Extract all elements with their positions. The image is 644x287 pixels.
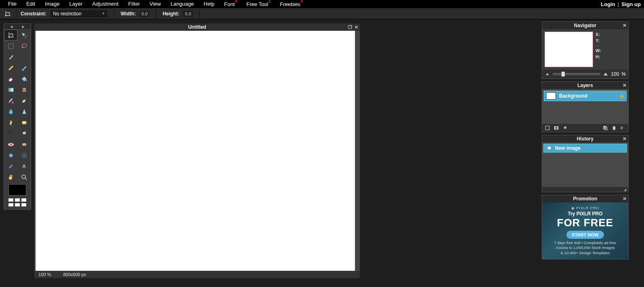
nav-y: Y: <box>595 38 601 44</box>
promo-headline-2: FOR FREE <box>557 217 613 229</box>
canvas-titlebar[interactable]: Untitled ❐ ✕ <box>34 23 360 31</box>
svg-rect-0 <box>8 44 13 49</box>
new-layer-icon[interactable] <box>545 125 550 131</box>
options-bar: Constraint: No restriction▼ Width: 0.0 H… <box>0 8 644 19</box>
menu-adjustment[interactable]: Adjustment <box>87 0 123 8</box>
canvas-title-text: Untitled <box>188 24 206 30</box>
menu-freebies[interactable]: Freebies2 <box>275 0 308 8</box>
menu-file[interactable]: File <box>3 0 21 8</box>
navigator-close-icon[interactable]: ✕ <box>623 23 627 28</box>
resize-grip-icon[interactable]: ◢ <box>623 187 627 192</box>
layer-item[interactable]: Background 🔒 <box>544 91 627 101</box>
svg-rect-3 <box>22 121 26 124</box>
height-label: Height: <box>163 11 179 17</box>
lock-icon[interactable]: 🔒 <box>619 94 624 98</box>
color-presets[interactable] <box>4 197 31 209</box>
layers-close-icon[interactable]: ✕ <box>623 83 627 88</box>
tool-lasso[interactable] <box>17 40 31 51</box>
tool-clone-stamp[interactable] <box>17 84 31 95</box>
tool-dodge[interactable] <box>4 128 17 139</box>
svg-rect-7 <box>10 134 12 136</box>
tool-sharpen[interactable] <box>17 106 31 117</box>
tool-pinch[interactable] <box>17 150 31 161</box>
menu-bar: File Edit Image Layer Adjustment Filter … <box>0 0 644 8</box>
menu-view[interactable]: View <box>145 0 166 8</box>
canvas[interactable] <box>36 31 355 271</box>
layer-name: Background <box>559 93 616 99</box>
menu-free-tool[interactable]: Free Tool1 <box>242 0 275 8</box>
canvas-maximize-icon[interactable]: ❐ <box>348 25 352 30</box>
canvas-window: Untitled ❐ ✕ 100 % 800x600 px <box>34 23 360 278</box>
svg-rect-1 <box>8 88 13 91</box>
svg-rect-20 <box>547 146 551 149</box>
layers-panel: Layers✕ Background 🔒 ≡ <box>542 81 629 132</box>
tool-spot-heal[interactable] <box>17 139 31 150</box>
svg-point-5 <box>24 123 25 123</box>
tool-bloat[interactable] <box>4 150 17 161</box>
tool-empty <box>17 51 31 62</box>
tool-burn[interactable] <box>17 128 31 139</box>
tool-move[interactable] <box>17 30 31 40</box>
tool-redeye[interactable] <box>4 139 17 150</box>
canvas-zoom-value: 100 <box>38 272 46 277</box>
height-value[interactable]: 0.0 <box>183 11 192 17</box>
canvas-dimensions: 800x600 px <box>63 272 86 277</box>
promotion-panel: Promotion✕ PIXLR PRO Try PIXLR PRO FOR F… <box>542 195 629 259</box>
svg-point-4 <box>23 122 24 123</box>
layer-settings-icon[interactable] <box>602 125 608 131</box>
promo-start-button[interactable]: START NOW <box>566 231 604 239</box>
menu-font[interactable]: Font4 <box>220 0 242 8</box>
width-label: Width: <box>121 11 136 17</box>
layer-mask-icon[interactable] <box>553 125 559 131</box>
tool-color-replace[interactable] <box>4 95 17 106</box>
svg-point-2 <box>12 102 14 104</box>
menu-edit[interactable]: Edit <box>21 0 40 8</box>
history-panel: History✕ New image ◢ <box>542 135 629 192</box>
menu-filter[interactable]: Filter <box>123 0 145 8</box>
tool-type[interactable]: A <box>17 161 31 172</box>
tool-pencil[interactable] <box>4 62 17 73</box>
tool-paint-bucket[interactable] <box>17 73 31 84</box>
menu-image[interactable]: Image <box>40 0 64 8</box>
login-link[interactable]: Login <box>601 1 615 7</box>
promo-close-icon[interactable]: ✕ <box>623 196 627 202</box>
tool-zoom[interactable] <box>17 172 31 183</box>
tool-gradient[interactable] <box>4 84 17 95</box>
zoom-out-icon[interactable] <box>545 71 550 77</box>
tool-hand[interactable] <box>4 172 17 183</box>
zoom-in-icon[interactable] <box>603 71 608 77</box>
promo-content[interactable]: PIXLR PRO Try PIXLR PRO FOR FREE START N… <box>542 202 628 259</box>
history-close-icon[interactable]: ✕ <box>623 136 627 142</box>
foreground-color-swatch[interactable] <box>8 184 26 196</box>
promo-line-1: 7 days free trial • Completely ad-free <box>554 240 617 245</box>
tool-draw[interactable] <box>17 95 31 106</box>
promo-line-2: Access to 1,000,000 Stock Images <box>555 245 614 250</box>
menu-layer[interactable]: Layer <box>65 0 88 8</box>
tool-brush[interactable] <box>17 62 31 73</box>
svg-rect-19 <box>604 127 608 130</box>
tool-color-picker[interactable] <box>4 161 17 172</box>
tool-eraser[interactable] <box>4 73 17 84</box>
nav-zoom-value: 100 <box>611 71 619 77</box>
menu-help[interactable]: Help <box>199 0 220 8</box>
tool-crop[interactable] <box>4 30 17 40</box>
history-item[interactable]: New image <box>543 144 627 153</box>
tool-sponge[interactable] <box>17 117 31 128</box>
width-value[interactable]: 0.0 <box>140 11 149 17</box>
tool-smudge[interactable] <box>4 117 17 128</box>
toolbox: ◄► A <box>4 23 31 210</box>
canvas-close-icon[interactable]: ✕ <box>355 25 358 30</box>
nav-x: X: <box>595 32 601 38</box>
tool-wand[interactable] <box>4 51 17 62</box>
constraint-select[interactable]: No restriction▼ <box>51 10 108 17</box>
navigator-thumbnail[interactable] <box>545 32 593 67</box>
signup-link[interactable]: Sign up <box>621 1 641 7</box>
layer-menu-icon[interactable]: ≡ <box>620 125 626 131</box>
layer-styles-icon[interactable] <box>562 125 568 131</box>
nav-zoom-slider[interactable] <box>553 73 600 75</box>
delete-layer-icon[interactable] <box>611 125 617 131</box>
toolbox-header[interactable]: ◄► <box>4 24 31 30</box>
tool-blur[interactable] <box>4 106 17 117</box>
tool-marquee[interactable] <box>4 40 17 51</box>
menu-language[interactable]: Language <box>166 0 199 8</box>
